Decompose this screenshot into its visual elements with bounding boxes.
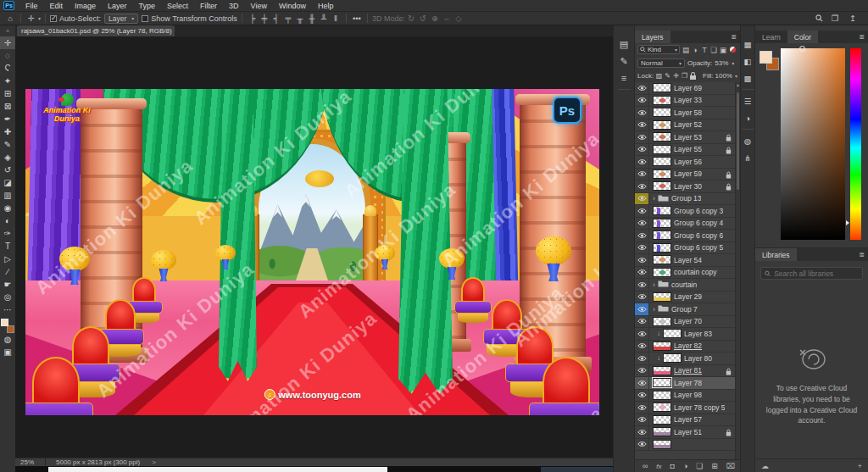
chevron-down-icon[interactable]: ▾: [732, 60, 734, 66]
eyedropper-tool[interactable]: ✒: [0, 113, 15, 125]
add-library-icon[interactable]: +: [858, 462, 862, 470]
panel-menu-icon[interactable]: ≣: [731, 33, 737, 41]
zoom-level-field[interactable]: 25%: [15, 458, 46, 466]
blend-mode-dropdown[interactable]: Normal▾: [637, 58, 685, 68]
filter-toggle-icon[interactable]: [730, 47, 736, 53]
layer-row[interactable]: Layer 52: [635, 119, 735, 132]
marquee-tool[interactable]: ◌: [0, 49, 15, 62]
layer-row[interactable]: Layer 55: [635, 144, 735, 157]
layer-row[interactable]: ›Group 7: [635, 303, 735, 316]
visibility-toggle[interactable]: [635, 390, 649, 402]
visibility-toggle[interactable]: [635, 144, 649, 156]
expand-arrow-icon[interactable]: ›: [653, 280, 655, 289]
history-brush-tool[interactable]: ↺: [0, 164, 15, 176]
brush-tool[interactable]: ✎: [0, 138, 15, 151]
visibility-toggle[interactable]: [635, 156, 649, 168]
auto-select-checkbox[interactable]: [50, 15, 57, 22]
visibility-toggle[interactable]: [635, 365, 649, 377]
path-selection-tool[interactable]: ▷: [0, 253, 15, 265]
color-swatches[interactable]: [1, 319, 14, 333]
gradients-panel-icon[interactable]: ◧: [744, 53, 752, 69]
visibility-toggle[interactable]: [635, 267, 649, 279]
tab-learn[interactable]: Learn: [755, 31, 787, 43]
dodge-tool[interactable]: ◐: [0, 214, 15, 227]
libraries-search-box[interactable]: [760, 267, 863, 280]
layer-effects-icon[interactable]: fx: [656, 463, 661, 470]
menu-window[interactable]: Window: [273, 2, 312, 10]
menu-3d[interactable]: 3D: [223, 2, 245, 10]
menu-select[interactable]: Select: [161, 2, 194, 10]
crop-tool[interactable]: ⊞: [0, 87, 15, 100]
type-tool[interactable]: T: [0, 240, 15, 253]
layer-row[interactable]: [635, 439, 735, 452]
adjustments-panel-icon[interactable]: ◑: [745, 109, 750, 126]
tab-layers[interactable]: Layers: [635, 31, 670, 43]
healing-brush-tool[interactable]: ✚: [0, 125, 15, 138]
layer-row[interactable]: Layer 57: [635, 414, 735, 427]
visibility-toggle[interactable]: [635, 230, 649, 242]
libraries-search-input[interactable]: [774, 269, 859, 278]
move-tool[interactable]: ✛: [0, 36, 15, 49]
visibility-toggle[interactable]: [635, 414, 649, 426]
layer-row[interactable]: ↓Layer 80: [635, 353, 735, 365]
edit-toolbar-button[interactable]: ⋯: [0, 303, 15, 316]
pen-tool[interactable]: ✑: [0, 227, 15, 240]
layer-row[interactable]: Layer 56: [635, 156, 735, 169]
home-icon[interactable]: ⌂: [4, 14, 16, 23]
document-size-readout[interactable]: 5000 px x 2813 px (300 ppi): [46, 458, 140, 466]
visibility-toggle[interactable]: [635, 119, 649, 131]
visibility-toggle[interactable]: [635, 242, 649, 254]
layer-row[interactable]: Layer 81: [635, 365, 735, 378]
character-panel-icon[interactable]: ☰: [744, 92, 752, 109]
layer-row[interactable]: ›Group 13: [635, 193, 735, 206]
visibility-toggle[interactable]: [635, 107, 649, 119]
brush-settings-panel-icon[interactable]: ✎: [620, 53, 627, 69]
align-horizontal-centers-icon[interactable]: ╪: [259, 14, 270, 23]
menu-layer[interactable]: Layer: [102, 2, 133, 10]
foreground-color-swatch[interactable]: [760, 51, 772, 64]
menu-file[interactable]: File: [19, 2, 44, 10]
visibility-toggle[interactable]: [635, 193, 649, 205]
background-color-swatch[interactable]: [7, 325, 14, 333]
panel-menu-icon[interactable]: ≣: [859, 251, 865, 258]
sync-cloud-icon[interactable]: ☁: [761, 462, 769, 470]
chevron-down-icon[interactable]: ▾: [38, 15, 41, 21]
layer-row[interactable]: Layer 78 copy 5: [635, 402, 735, 414]
layer-row[interactable]: ↓Layer 83: [635, 328, 735, 341]
new-group-icon[interactable]: ❏: [696, 462, 703, 470]
history-panel-icon[interactable]: ▤: [620, 36, 628, 53]
layer-row[interactable]: Layer 33: [635, 95, 735, 108]
filter-shape-layers-icon[interactable]: ❏: [709, 46, 718, 54]
workspace-switcher-icon[interactable]: ❐: [829, 14, 841, 23]
properties-panel-icon[interactable]: ≡: [621, 69, 626, 86]
quick-mask-button[interactable]: ◍: [0, 333, 15, 346]
visibility-toggle[interactable]: [635, 180, 649, 192]
menu-filter[interactable]: Filter: [194, 2, 223, 10]
lock-image-pixels-icon[interactable]: ✎: [664, 72, 671, 80]
new-adjustment-layer-icon[interactable]: ◑: [683, 462, 687, 470]
filter-kind-dropdown[interactable]: Kind ▾: [637, 45, 680, 54]
screen-mode-button[interactable]: ▣: [0, 346, 15, 358]
scroll-up-icon[interactable]: ▲: [736, 83, 740, 87]
lock-artboard-icon[interactable]: ❐: [681, 72, 688, 80]
expand-arrow-icon[interactable]: ›: [653, 194, 655, 203]
link-layers-icon[interactable]: ∞: [643, 462, 648, 470]
tab-libraries[interactable]: Libraries: [755, 248, 797, 261]
close-icon[interactable]: ×: [172, 27, 175, 35]
layers-scrollbar[interactable]: ▲: [735, 82, 740, 459]
show-transform-checkbox[interactable]: [142, 15, 148, 22]
distribute-horizontally-icon[interactable]: ╥: [294, 14, 306, 23]
visibility-toggle[interactable]: [635, 169, 649, 180]
visibility-toggle[interactable]: [635, 205, 649, 217]
layer-row[interactable]: Layer 59: [635, 169, 735, 181]
chevron-down-icon[interactable]: ▾: [735, 73, 737, 79]
share-icon[interactable]: ↥: [847, 14, 859, 23]
align-bottom-edges-icon[interactable]: ╨: [318, 14, 330, 23]
visibility-toggle[interactable]: [635, 353, 649, 364]
visibility-toggle[interactable]: [635, 316, 649, 328]
filter-smart-objects-icon[interactable]: ▣: [719, 46, 727, 54]
hand-tool[interactable]: ☛: [0, 278, 15, 291]
visibility-toggle[interactable]: [635, 279, 649, 291]
visibility-toggle[interactable]: [635, 426, 649, 438]
layer-row[interactable]: Layer 98: [635, 390, 735, 403]
